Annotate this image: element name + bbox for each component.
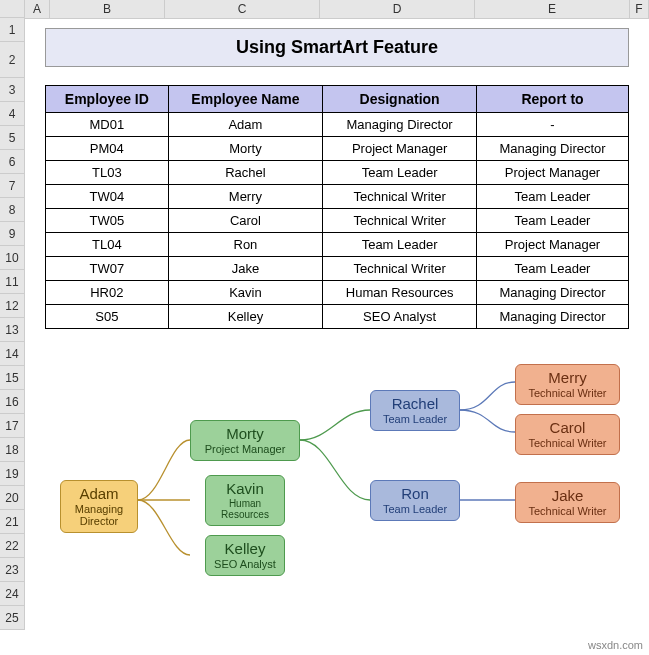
- cell-name[interactable]: Adam: [168, 113, 323, 137]
- cell-report[interactable]: Team Leader: [477, 257, 629, 281]
- node-name: Ron: [377, 486, 453, 503]
- row-head[interactable]: 22: [0, 534, 25, 558]
- cell-report[interactable]: Team Leader: [477, 185, 629, 209]
- cell-id[interactable]: PM04: [46, 137, 169, 161]
- cell-name[interactable]: Kavin: [168, 281, 323, 305]
- row-head[interactable]: 15: [0, 366, 25, 390]
- cell-name[interactable]: Jake: [168, 257, 323, 281]
- row-head[interactable]: 19: [0, 462, 25, 486]
- node-carol[interactable]: Carol Technical Writer: [515, 414, 620, 455]
- col-head-e[interactable]: E: [475, 0, 630, 18]
- row-head[interactable]: 5: [0, 126, 25, 150]
- node-kelley[interactable]: Kelley SEO Analyst: [205, 535, 285, 576]
- table-row: TW04MerryTechnical WriterTeam Leader: [46, 185, 629, 209]
- cell-designation[interactable]: Managing Director: [323, 113, 477, 137]
- node-ron[interactable]: Ron Team Leader: [370, 480, 460, 521]
- row-head[interactable]: 7: [0, 174, 25, 198]
- row-head[interactable]: 13: [0, 318, 25, 342]
- row-head[interactable]: 9: [0, 222, 25, 246]
- col-head-b[interactable]: B: [50, 0, 165, 18]
- cell-designation[interactable]: Technical Writer: [323, 257, 477, 281]
- row-head[interactable]: 24: [0, 582, 25, 606]
- row-head[interactable]: 16: [0, 390, 25, 414]
- col-head-a[interactable]: A: [25, 0, 50, 18]
- header-report[interactable]: Report to: [477, 86, 629, 113]
- node-name: Merry: [522, 370, 613, 387]
- header-id[interactable]: Employee ID: [46, 86, 169, 113]
- table-row: TL04RonTeam LeaderProject Manager: [46, 233, 629, 257]
- node-jake[interactable]: Jake Technical Writer: [515, 482, 620, 523]
- column-headers: A B C D E F: [0, 0, 649, 19]
- cell-designation[interactable]: Technical Writer: [323, 209, 477, 233]
- page-title: Using SmartArt Feature: [45, 28, 629, 67]
- cell-report[interactable]: Managing Director: [477, 281, 629, 305]
- table-row: MD01AdamManaging Director-: [46, 113, 629, 137]
- cell-designation[interactable]: SEO Analyst: [323, 305, 477, 329]
- row-head[interactable]: 10: [0, 246, 25, 270]
- smartart-hierarchy[interactable]: Adam Managing Director Morty Project Man…: [60, 370, 640, 640]
- cell-designation[interactable]: Technical Writer: [323, 185, 477, 209]
- row-head[interactable]: 2: [0, 42, 25, 78]
- cell-designation[interactable]: Project Manager: [323, 137, 477, 161]
- cell-name[interactable]: Morty: [168, 137, 323, 161]
- row-head[interactable]: 18: [0, 438, 25, 462]
- worksheet-area[interactable]: Using SmartArt Feature Employee ID Emplo…: [25, 18, 649, 329]
- cell-id[interactable]: S05: [46, 305, 169, 329]
- cell-name[interactable]: Rachel: [168, 161, 323, 185]
- cell-name[interactable]: Kelley: [168, 305, 323, 329]
- row-head[interactable]: 23: [0, 558, 25, 582]
- row-head[interactable]: 3: [0, 78, 25, 102]
- row-head[interactable]: 20: [0, 486, 25, 510]
- row-head[interactable]: 25: [0, 606, 25, 630]
- row-head[interactable]: 11: [0, 270, 25, 294]
- cell-designation[interactable]: Team Leader: [323, 233, 477, 257]
- node-merry[interactable]: Merry Technical Writer: [515, 364, 620, 405]
- node-rachel[interactable]: Rachel Team Leader: [370, 390, 460, 431]
- employee-table: Employee ID Employee Name Designation Re…: [45, 85, 629, 329]
- header-designation[interactable]: Designation: [323, 86, 477, 113]
- table-row: HR02KavinHuman ResourcesManaging Directo…: [46, 281, 629, 305]
- row-head[interactable]: 14: [0, 342, 25, 366]
- row-head[interactable]: 1: [0, 18, 25, 42]
- cell-name[interactable]: Merry: [168, 185, 323, 209]
- node-role: Project Manager: [197, 443, 293, 455]
- row-head[interactable]: 17: [0, 414, 25, 438]
- cell-report[interactable]: Project Manager: [477, 233, 629, 257]
- node-adam[interactable]: Adam Managing Director: [60, 480, 138, 533]
- node-kavin[interactable]: Kavin Human Resources: [205, 475, 285, 526]
- row-head[interactable]: 4: [0, 102, 25, 126]
- header-name[interactable]: Employee Name: [168, 86, 323, 113]
- cell-name[interactable]: Carol: [168, 209, 323, 233]
- node-role: Technical Writer: [522, 437, 613, 449]
- row-head[interactable]: 12: [0, 294, 25, 318]
- row-head[interactable]: 21: [0, 510, 25, 534]
- watermark: wsxdn.com: [588, 639, 643, 651]
- cell-id[interactable]: HR02: [46, 281, 169, 305]
- row-head[interactable]: 6: [0, 150, 25, 174]
- cell-report[interactable]: Managing Director: [477, 137, 629, 161]
- cell-report[interactable]: -: [477, 113, 629, 137]
- row-head[interactable]: 8: [0, 198, 25, 222]
- cell-id[interactable]: TW07: [46, 257, 169, 281]
- cell-id[interactable]: TW04: [46, 185, 169, 209]
- cell-designation[interactable]: Human Resources: [323, 281, 477, 305]
- cell-report[interactable]: Project Manager: [477, 161, 629, 185]
- row-headers: 1 2 3 4 5 6 7 8 9 10 11 12 13 14 15 16 1…: [0, 18, 25, 630]
- select-all-corner[interactable]: [0, 0, 25, 18]
- cell-name[interactable]: Ron: [168, 233, 323, 257]
- node-role: Technical Writer: [522, 387, 613, 399]
- cell-id[interactable]: TW05: [46, 209, 169, 233]
- node-morty[interactable]: Morty Project Manager: [190, 420, 300, 461]
- cell-id[interactable]: TL03: [46, 161, 169, 185]
- cell-id[interactable]: TL04: [46, 233, 169, 257]
- cell-id[interactable]: MD01: [46, 113, 169, 137]
- cell-report[interactable]: Team Leader: [477, 209, 629, 233]
- table-row: TW07JakeTechnical WriterTeam Leader: [46, 257, 629, 281]
- col-head-d[interactable]: D: [320, 0, 475, 18]
- cell-designation[interactable]: Team Leader: [323, 161, 477, 185]
- col-head-c[interactable]: C: [165, 0, 320, 18]
- col-head-f[interactable]: F: [630, 0, 649, 18]
- node-role: Team Leader: [377, 413, 453, 425]
- cell-report[interactable]: Managing Director: [477, 305, 629, 329]
- node-role: Team Leader: [377, 503, 453, 515]
